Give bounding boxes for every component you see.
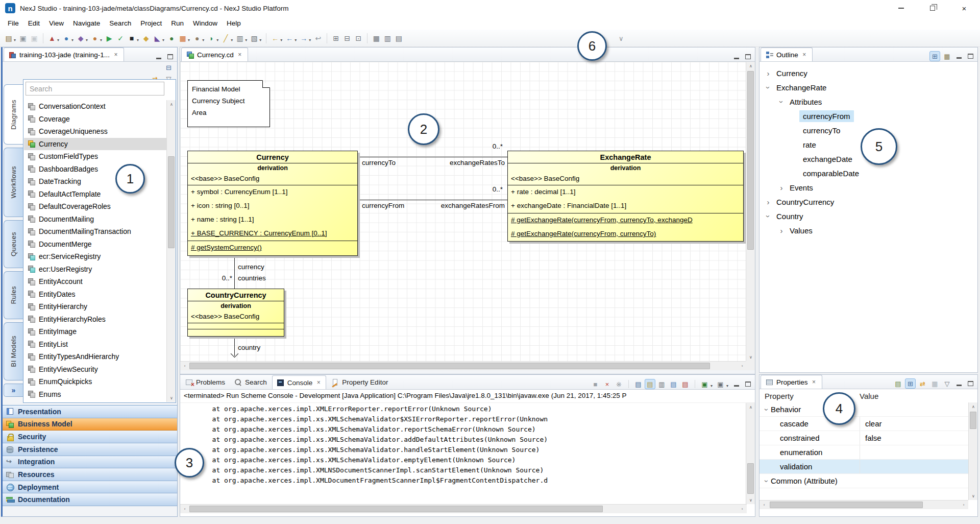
vertical-tab[interactable]: Rules <box>4 271 23 319</box>
section-bar[interactable]: Persistence <box>3 443 177 456</box>
form-icon[interactable]: ▧ <box>249 33 259 44</box>
list-item[interactable]: DefaultActTemplate <box>24 188 166 201</box>
menu-item[interactable]: Window <box>188 18 222 29</box>
scroll-up-icon[interactable]: ∧ <box>969 402 978 411</box>
minify-icon[interactable]: ◣ <box>152 33 162 44</box>
shield-icon[interactable]: ◆ <box>141 33 151 44</box>
minimize-view-button[interactable] <box>954 52 964 61</box>
role-label[interactable]: currencyFrom <box>362 202 404 209</box>
menu-item[interactable]: Edit <box>23 18 44 29</box>
menu-item[interactable]: Help <box>222 18 246 29</box>
tree-item[interactable]: › Values <box>760 223 977 237</box>
section-bar[interactable]: Resources <box>3 468 177 481</box>
dropdown-caret-icon[interactable]: ▾ <box>188 38 190 42</box>
explorer-scrollbar[interactable]: ∧ ∨ <box>166 100 176 402</box>
properties-hscrollbar[interactable]: ‹ › <box>760 500 968 509</box>
collapse-all-icon[interactable]: ⊟ <box>163 62 174 73</box>
validate-icon[interactable]: ✓ <box>115 33 126 44</box>
layout-radial-icon[interactable]: ⊡ <box>353 33 363 44</box>
role-label[interactable]: countries <box>238 274 266 282</box>
dropdown-caret-icon[interactable]: ▾ <box>57 38 59 42</box>
tree-view-icon[interactable]: ⊞ <box>929 51 940 61</box>
console-tab[interactable]: Property Editor <box>327 375 392 389</box>
association-countries-top[interactable] <box>234 256 235 289</box>
sync-icon[interactable]: ⇄ <box>917 378 928 389</box>
list-item[interactable]: DocumentMailing <box>24 213 166 226</box>
scroll-thumb[interactable] <box>168 156 175 248</box>
clear-console-icon[interactable]: ▤ <box>633 379 644 389</box>
vertical-tab[interactable]: Queues <box>4 220 23 268</box>
list-item[interactable]: EntityHierarchy <box>24 300 166 313</box>
role-label[interactable]: currencyTo <box>362 159 396 166</box>
dropdown-caret-icon[interactable]: ▾ <box>245 38 247 42</box>
grab-icon[interactable]: ● <box>192 33 202 44</box>
scroll-thumb[interactable] <box>189 506 603 512</box>
expand-chevron-icon[interactable]: › <box>777 97 786 106</box>
align-middle-icon[interactable]: ▥ <box>382 33 393 44</box>
close-icon[interactable] <box>113 51 119 58</box>
list-item[interactable]: CoverageUniqueness <box>24 125 166 138</box>
role-label[interactable]: exchangeRatesFrom <box>441 202 505 209</box>
scroll-thumb[interactable] <box>970 412 976 429</box>
property-value[interactable]: clear <box>860 417 968 431</box>
tree-item[interactable]: › Country <box>760 209 977 223</box>
show-stdout-icon[interactable]: ▤ <box>668 379 679 389</box>
list-item[interactable]: EntityTypesAndHierarchy <box>24 350 166 363</box>
class-country-currency[interactable]: CountryCurrency derivation <<base>> Base… <box>187 289 284 337</box>
list-item[interactable]: DateTracking <box>24 175 166 188</box>
role-label[interactable]: country <box>238 344 260 351</box>
expand-chevron-icon[interactable]: › <box>763 406 771 414</box>
menu-icon[interactable]: ▽ <box>942 378 952 389</box>
console-tab[interactable]: Problems <box>181 375 229 389</box>
list-item[interactable]: CustomFieldTypes <box>24 150 166 163</box>
association-currencyTo[interactable] <box>358 157 507 157</box>
terminate-icon[interactable]: ■ <box>590 379 601 389</box>
deploy-model-icon[interactable]: ▲ <box>47 33 57 44</box>
property-value[interactable] <box>860 445 968 459</box>
back-icon[interactable]: ← <box>284 33 295 44</box>
list-item[interactable]: DocumentMerge <box>24 238 166 251</box>
console-output[interactable]: at org.apache.xerces.impl.XMLErrorReport… <box>180 403 746 504</box>
editor-tab-currency-cd[interactable]: Currency.cd <box>181 47 248 61</box>
minimize-view-button[interactable] <box>954 379 964 388</box>
scroll-thumb[interactable] <box>747 71 754 250</box>
word-wrap-icon[interactable]: ▥ <box>656 379 667 389</box>
close-icon[interactable] <box>801 51 807 58</box>
list-item[interactable]: EntityList <box>24 338 166 351</box>
list-item[interactable]: Coverage <box>24 113 166 126</box>
align-left-icon[interactable]: ▦ <box>371 33 381 44</box>
align-distribute-icon[interactable]: ▤ <box>394 33 404 44</box>
dropdown-caret-icon[interactable]: ▾ <box>137 38 139 42</box>
menu-item[interactable]: View <box>44 18 68 29</box>
list-item[interactable]: Enums <box>24 388 166 401</box>
role-label[interactable]: exchangeRatesTo <box>450 159 505 166</box>
list-item[interactable]: EntityViewSecurity <box>24 363 166 376</box>
close-button[interactable]: × <box>948 0 980 16</box>
list-item[interactable]: ConversationContext <box>24 100 166 113</box>
property-row[interactable]: constrained false <box>760 431 968 445</box>
expand-chevron-icon[interactable]: › <box>777 226 786 235</box>
maximize-view-button[interactable] <box>966 52 975 61</box>
property-value[interactable] <box>860 402 968 416</box>
menu-item[interactable]: File <box>3 18 23 29</box>
dropdown-caret-icon[interactable]: ▾ <box>202 38 204 42</box>
menu-item[interactable]: Navigate <box>68 18 105 29</box>
uml-note[interactable]: Financial ModelCurrency SubjectArea <box>187 80 270 127</box>
publish-model-icon[interactable]: ● <box>61 33 71 44</box>
layout-tree-icon[interactable]: ⊟ <box>342 33 352 44</box>
remove-all-launches-icon[interactable]: ※ <box>614 379 624 389</box>
minimize-view-button[interactable] <box>732 379 741 389</box>
last-edit-icon[interactable]: ← <box>270 33 280 44</box>
editor-hscrollbar[interactable]: ‹ › <box>180 361 747 370</box>
multiplicity-label[interactable]: 0..* <box>215 274 232 282</box>
class-operation[interactable]: # getExchangeRate(currencyFrom, currency… <box>508 213 743 227</box>
scroll-down-icon[interactable]: ∨ <box>167 394 176 402</box>
class-attribute[interactable]: + exchangeDate : FinancialDate [1..1] <box>508 199 743 213</box>
package-icon[interactable]: ▦ <box>178 33 188 44</box>
vertical-tab[interactable]: BI Models <box>4 322 23 380</box>
scroll-lock-icon[interactable]: ▤ <box>645 379 655 389</box>
tree-item[interactable]: › CountryCurrency <box>760 195 977 209</box>
dropdown-caret-icon[interactable]: ▾ <box>100 38 102 42</box>
scroll-down-icon[interactable]: ∨ <box>969 492 978 500</box>
tree-item[interactable]: comparableDate <box>760 166 977 180</box>
